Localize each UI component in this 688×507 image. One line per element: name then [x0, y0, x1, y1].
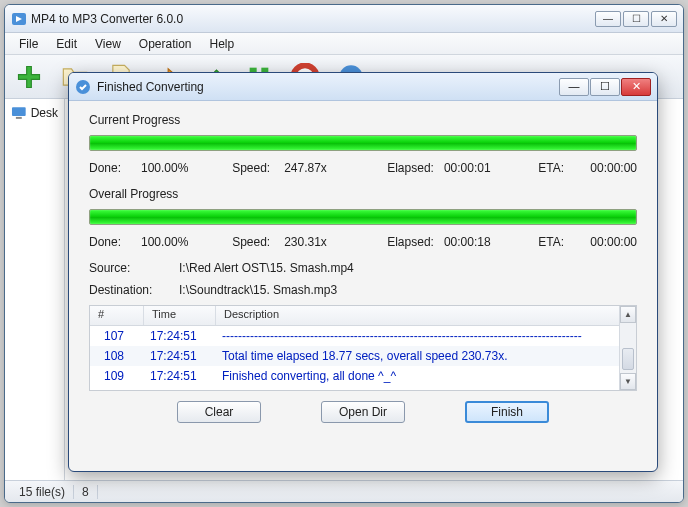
log-row[interactable]: 107 17:24:51 ---------------------------…: [90, 326, 636, 346]
tree-desktop[interactable]: Desk: [9, 103, 60, 123]
menu-view[interactable]: View: [87, 35, 129, 53]
overall-progress-stats: Done:100.00% Speed:230.31x Elapsed:00:00…: [89, 235, 637, 249]
overall-elapsed-label: Elapsed:: [387, 235, 434, 249]
scroll-up-icon[interactable]: ▲: [620, 306, 636, 323]
svg-rect-8: [16, 117, 22, 119]
app-icon: [11, 11, 27, 27]
status-rest: 8: [74, 485, 98, 499]
current-done-value: 100.00%: [141, 161, 188, 175]
menu-file[interactable]: File: [11, 35, 46, 53]
dialog-minimize-button[interactable]: —: [559, 78, 589, 96]
current-eta-value: 00:00:00: [590, 161, 637, 175]
overall-done-label: Done:: [89, 235, 131, 249]
menubar: File Edit View Operation Help: [5, 33, 683, 55]
destination-label: Destination:: [89, 283, 159, 297]
current-eta-label: ETA:: [538, 161, 580, 175]
current-progress-stats: Done:100.00% Speed:247.87x Elapsed:00:00…: [89, 161, 637, 175]
current-elapsed-label: Elapsed:: [387, 161, 434, 175]
main-maximize-button[interactable]: ☐: [623, 11, 649, 27]
dialog-maximize-button[interactable]: ☐: [590, 78, 620, 96]
current-speed-label: Speed:: [232, 161, 274, 175]
svg-rect-7: [12, 107, 26, 116]
sidebar: Desk: [5, 99, 65, 480]
log-scrollbar[interactable]: ▲ ▼: [619, 306, 636, 390]
overall-elapsed-value: 00:00:18: [444, 235, 491, 249]
destination-value: I:\Soundtrack\15. Smash.mp3: [179, 283, 337, 297]
plus-icon: [15, 63, 43, 91]
desktop-icon: [11, 105, 27, 121]
scroll-down-icon[interactable]: ▼: [620, 373, 636, 390]
clear-button[interactable]: Clear: [177, 401, 261, 423]
open-dir-button[interactable]: Open Dir: [321, 401, 405, 423]
log-header-time[interactable]: Time: [144, 306, 216, 325]
menu-help[interactable]: Help: [202, 35, 243, 53]
log-row[interactable]: 109 17:24:51 Finished converting, all do…: [90, 366, 636, 386]
current-progress-bar: [89, 135, 637, 151]
main-title: MP4 to MP3 Converter 6.0.0: [31, 12, 595, 26]
overall-done-value: 100.00%: [141, 235, 188, 249]
log-table: # Time Description 107 17:24:51 --------…: [89, 305, 637, 391]
dialog-title: Finished Converting: [97, 80, 559, 94]
main-titlebar[interactable]: MP4 to MP3 Converter 6.0.0 — ☐ ✕: [5, 5, 683, 33]
scroll-thumb[interactable]: [622, 348, 634, 370]
overall-progress-bar: [89, 209, 637, 225]
add-button[interactable]: [9, 57, 49, 97]
menu-edit[interactable]: Edit: [48, 35, 85, 53]
dialog-footer: Clear Open Dir Finish: [89, 391, 637, 423]
current-done-label: Done:: [89, 161, 131, 175]
log-header-num[interactable]: #: [90, 306, 144, 325]
overall-speed-value: 230.31x: [284, 235, 327, 249]
current-elapsed-value: 00:00:01: [444, 161, 491, 175]
overall-progress-heading: Overall Progress: [89, 187, 637, 201]
current-speed-value: 247.87x: [284, 161, 327, 175]
menu-operation[interactable]: Operation: [131, 35, 200, 53]
source-value: I:\Red Alert OST\15. Smash.mp4: [179, 261, 354, 275]
main-close-button[interactable]: ✕: [651, 11, 677, 27]
overall-eta-label: ETA:: [538, 235, 580, 249]
finish-button[interactable]: Finish: [465, 401, 549, 423]
status-files: 15 file(s): [11, 485, 74, 499]
progress-dialog: Finished Converting — ☐ ✕ Current Progre…: [68, 72, 658, 472]
dialog-titlebar[interactable]: Finished Converting — ☐ ✕: [69, 73, 657, 101]
log-header-desc[interactable]: Description: [216, 306, 636, 325]
tree-desktop-label: Desk: [31, 106, 58, 120]
log-row[interactable]: 108 17:24:51 Total time elapsed 18.77 se…: [90, 346, 636, 366]
dialog-icon: [75, 79, 91, 95]
main-minimize-button[interactable]: —: [595, 11, 621, 27]
dialog-close-button[interactable]: ✕: [621, 78, 651, 96]
statusbar: 15 file(s) 8: [5, 480, 683, 502]
overall-eta-value: 00:00:00: [590, 235, 637, 249]
overall-speed-label: Speed:: [232, 235, 274, 249]
source-label: Source:: [89, 261, 159, 275]
current-progress-heading: Current Progress: [89, 113, 637, 127]
